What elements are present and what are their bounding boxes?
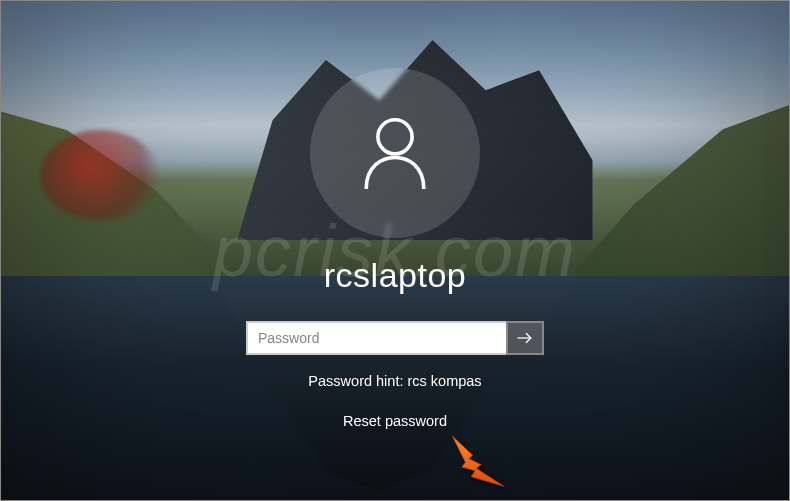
user-avatar [310,68,480,238]
reset-password-link[interactable]: Reset password [343,413,447,429]
password-input[interactable] [246,321,506,355]
password-hint: Password hint: rcs kompas [308,373,481,389]
username-label: rcslaptop [324,256,466,295]
password-row [246,321,544,355]
svg-point-0 [378,120,412,154]
arrow-right-icon [515,328,535,348]
login-panel: rcslaptop Password hint: rcs kompas Rese… [0,0,790,501]
user-icon [350,108,440,198]
submit-button[interactable] [506,321,544,355]
